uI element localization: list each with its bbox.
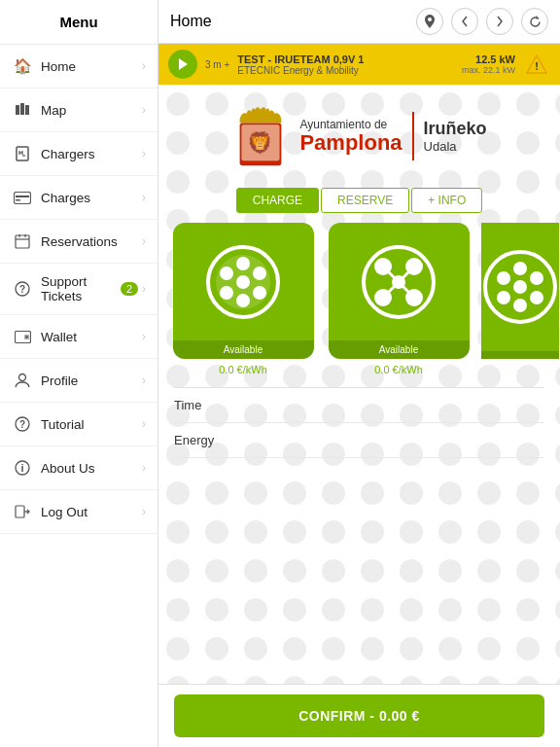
banner-warning[interactable]: !	[523, 51, 550, 78]
content-area: 🦁 ♛ Ayuntamiento de Pamplona Iruñeko Uda…	[158, 85, 560, 684]
banner-time: 3 m +	[205, 59, 229, 70]
svg-point-27	[428, 18, 432, 21]
sidebar-label-chargers: Chargers	[41, 147, 142, 161]
banner-power-sub: max. 22.1 kW	[462, 65, 515, 75]
svg-point-40	[236, 257, 250, 270]
chevron-right-icon: ›	[142, 417, 146, 431]
chevron-right-icon: ›	[142, 330, 146, 343]
city-alt2-text: Udala	[424, 139, 487, 154]
multi-connector-icon	[204, 243, 282, 321]
about-icon: i	[12, 457, 33, 479]
svg-text:?: ?	[19, 284, 25, 295]
sidebar-label-logout: Log Out	[41, 505, 142, 519]
support-icon: ?	[12, 278, 33, 300]
charger-card-1[interactable]: Available 0.0 €/kWh	[170, 223, 316, 375]
banner-station-sub: ETECNIC Energy & Mobility	[237, 65, 454, 76]
wallet-icon	[12, 326, 33, 347]
sidebar-item-map[interactable]: Map ›	[0, 89, 158, 132]
svg-point-46	[236, 275, 250, 289]
svg-point-58	[530, 291, 543, 304]
content-inner: 🦁 ♛ Ayuntamiento de Pamplona Iruñeko Uda…	[158, 85, 560, 458]
chevron-right-icon: ›	[142, 461, 146, 475]
banner-station-name: TEST - IRUETEAM 0,9V 1	[237, 53, 454, 65]
svg-rect-9	[16, 196, 29, 197]
svg-point-45	[220, 267, 233, 280]
confirm-button[interactable]: CONFIRM - 0.00 €	[174, 694, 544, 737]
city-main-text: Pamplona	[299, 131, 402, 155]
tab-info[interactable]: + INFO	[411, 188, 482, 213]
sidebar-label-support: Support Tickets	[41, 274, 121, 303]
banner-power-value: 12.5 kW	[462, 53, 515, 65]
logout-icon	[12, 501, 33, 522]
svg-point-41	[253, 267, 266, 280]
sidebar-item-home[interactable]: 🏠 Home ›	[0, 45, 158, 89]
sidebar-item-logout[interactable]: Log Out ›	[0, 490, 158, 534]
sidebar-item-reservations[interactable]: Reservations ›	[0, 220, 158, 264]
charges-icon	[12, 187, 33, 208]
info-row-time: Time	[174, 388, 544, 423]
chevron-right-icon: ›	[142, 191, 146, 204]
sidebar-label-home: Home	[41, 59, 142, 74]
svg-point-20	[19, 374, 26, 381]
sidebar-item-tutorial[interactable]: ? Tutorial ›	[0, 403, 158, 446]
city-logo: 🦁 ♛ Ayuntamiento de Pamplona Iruñeko Uda…	[158, 85, 560, 182]
sidebar-label-profile: Profile	[41, 374, 142, 388]
support-badge: 2	[121, 282, 138, 296]
svg-point-60	[497, 291, 510, 304]
chevron-right-icon[interactable]	[486, 8, 513, 35]
sidebar: Menu 🏠 Home › Map › Chargers ›	[0, 0, 158, 747]
svg-point-44	[220, 286, 233, 300]
charger-card-3[interactable]	[481, 223, 559, 375]
sidebar-label-wallet: Wallet	[41, 330, 142, 344]
svg-point-59	[513, 299, 527, 312]
chevron-right-icon: ›	[142, 505, 146, 518]
info-row-energy: Energy	[174, 423, 544, 458]
reservations-icon	[12, 231, 33, 252]
sidebar-header: Menu	[0, 0, 158, 45]
map-icon	[12, 99, 33, 121]
svg-rect-8	[15, 192, 31, 203]
charger-price-2: 0.0 €/kWh	[374, 364, 423, 375]
tab-reserve[interactable]: RESERVE	[321, 188, 409, 213]
svg-rect-1	[20, 103, 24, 115]
sidebar-item-charges[interactable]: Charges ›	[0, 176, 158, 220]
chevron-left-icon[interactable]	[451, 8, 478, 35]
banner-info: TEST - IRUETEAM 0,9V 1 ETECNIC Energy & …	[237, 53, 454, 76]
sidebar-label-map: Map	[41, 103, 142, 118]
charger-price-1: 0.0 €/kWh	[219, 364, 267, 375]
chevron-right-icon: ›	[142, 374, 146, 387]
charger-status-3	[481, 351, 559, 359]
sidebar-label-tutorial: Tutorial	[41, 417, 142, 432]
charger-status-2: Available	[329, 340, 470, 359]
charger-card-inner-2[interactable]: Available	[329, 223, 470, 359]
sidebar-item-profile[interactable]: Profile ›	[0, 359, 158, 403]
banner-power-info: 12.5 kW max. 22.1 kW	[462, 53, 515, 75]
chargers-icon	[12, 143, 33, 164]
sidebar-label-reservations: Reservations	[41, 234, 142, 249]
svg-rect-11	[16, 235, 29, 248]
sidebar-label-charges: Charges	[41, 191, 142, 205]
bottom-bar: CONFIRM - 0.00 €	[158, 684, 560, 747]
charger-card-inner-1[interactable]: Available	[173, 223, 314, 359]
sidebar-item-wallet[interactable]: Wallet ›	[0, 315, 158, 359]
sidebar-item-chargers[interactable]: Chargers ›	[0, 132, 158, 176]
charger-card-inner-3[interactable]	[481, 223, 559, 359]
chevron-right-icon: ›	[142, 147, 146, 160]
sidebar-item-support[interactable]: ? Support Tickets 2 ›	[0, 264, 158, 315]
charger-icon-wrap-2	[360, 223, 438, 340]
sidebar-item-about[interactable]: i About Us ›	[0, 446, 158, 490]
charger-card-2[interactable]: Available 0.0 €/kWh	[326, 223, 472, 375]
svg-marker-28	[179, 58, 188, 70]
chevron-right-icon: ›	[142, 282, 146, 296]
svg-point-57	[530, 271, 543, 285]
tab-charge[interactable]: CHARGE	[236, 188, 319, 213]
location-pin-icon[interactable]	[416, 8, 443, 35]
svg-rect-0	[16, 105, 19, 115]
coat-of-arms-image: 🦁 ♛	[231, 102, 290, 170]
banner-play-icon[interactable]	[168, 50, 197, 79]
refresh-icon[interactable]	[521, 8, 548, 35]
svg-point-19	[25, 336, 27, 338]
chevron-right-icon: ›	[142, 234, 146, 248]
page-title: Home	[170, 13, 408, 30]
charger-icon-wrap-1	[204, 223, 282, 340]
